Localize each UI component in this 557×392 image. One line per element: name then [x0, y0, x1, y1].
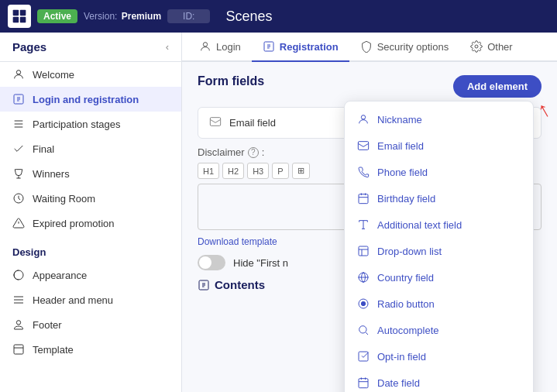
sidebar-item-waiting-label: Waiting Room: [33, 193, 95, 205]
sidebar-item-welcome[interactable]: Welcome: [0, 62, 181, 87]
svg-point-15: [203, 43, 207, 46]
dropdown-item-optin[interactable]: Opt-in field: [345, 343, 533, 370]
sidebar-item-footer[interactable]: Footer: [0, 312, 181, 337]
toolbar-h3[interactable]: H3: [247, 163, 269, 179]
svg-point-29: [359, 326, 366, 333]
svg-rect-30: [359, 352, 368, 361]
main-layout: Pages ‹ Welcome Login and registration P…: [0, 33, 557, 392]
form-fields-header: Form fields Add element: [198, 74, 542, 98]
email-icon: [209, 115, 222, 130]
sidebar-item-expired-label: Expired promotion: [33, 218, 115, 229]
tab-other-label: Other: [487, 41, 513, 53]
active-badge: Active: [37, 9, 77, 23]
sidebar-item-participation[interactable]: Participation stages: [0, 112, 181, 136]
version-badge: Version: Premium: [84, 11, 161, 22]
svg-point-4: [16, 70, 20, 74]
svg-rect-1: [20, 10, 26, 16]
topbar: Active Version: Premium ID: Scenes: [0, 0, 557, 33]
dropdown-item-birthday[interactable]: Birthday field: [345, 185, 533, 211]
dropdown-email-label: Email field: [377, 140, 424, 152]
sidebar-item-participation-label: Participation stages: [33, 119, 120, 130]
svg-rect-3: [20, 17, 26, 23]
dropdown-item-phone[interactable]: Phone field: [345, 159, 533, 185]
pages-section-title: Pages: [12, 40, 46, 53]
dropdown-item-date[interactable]: Date field: [345, 370, 533, 392]
svg-rect-25: [359, 246, 368, 256]
add-element-dropdown: Nickname Email field Phone field Birthda…: [344, 101, 534, 392]
dropdown-optin-label: Opt-in field: [377, 351, 426, 363]
dropdown-item-country[interactable]: Country field: [345, 264, 533, 291]
sidebar-item-footer-label: Footer: [33, 319, 62, 331]
disclaimer-help-icon[interactable]: ?: [248, 147, 259, 158]
svg-rect-18: [210, 118, 220, 126]
svg-rect-21: [358, 142, 368, 150]
svg-point-20: [361, 115, 365, 119]
dropdown-item-email[interactable]: Email field: [345, 132, 533, 159]
svg-point-28: [361, 301, 365, 305]
page-title: Scenes: [225, 9, 272, 25]
svg-rect-14: [14, 345, 23, 354]
sidebar-item-login-registration[interactable]: Login and registration: [0, 87, 181, 112]
toolbar-grid[interactable]: ⊞: [292, 163, 310, 179]
hide-toggle-label: Hide "First n: [233, 257, 288, 269]
page-content: Form fields Add element Email field Disc…: [182, 62, 557, 392]
sidebar-item-login-label: Login and registration: [33, 94, 139, 105]
dropdown-item-dropdown-list[interactable]: Drop-down list: [345, 238, 533, 264]
svg-rect-0: [13, 10, 19, 16]
dropdown-birthday-label: Birthday field: [377, 193, 435, 205]
dropdown-item-radio[interactable]: Radio button: [345, 291, 533, 317]
toggle-knob: [199, 256, 211, 269]
toolbar-h2[interactable]: H2: [222, 163, 244, 179]
dropdown-autocomplete-label: Autocomplete: [377, 325, 439, 336]
logo: [8, 5, 31, 28]
dropdown-date-label: Date field: [377, 377, 420, 389]
svg-rect-2: [13, 17, 19, 23]
svg-point-13: [16, 321, 20, 325]
dropdown-text-label: Additional text field: [377, 219, 462, 231]
sidebar-item-final[interactable]: Final: [0, 136, 181, 161]
dropdown-item-nickname[interactable]: Nickname: [345, 106, 533, 132]
dropdown-radio-label: Radio button: [377, 298, 435, 310]
sidebar-item-winners-label: Winners: [33, 168, 70, 180]
svg-point-17: [475, 45, 478, 48]
tab-login[interactable]: Login: [188, 33, 252, 62]
tab-login-label: Login: [216, 41, 241, 53]
tab-bar: Login Registration Security options Othe…: [182, 33, 557, 62]
sidebar: Pages ‹ Welcome Login and registration P…: [0, 33, 182, 392]
dropdown-list-label: Drop-down list: [377, 246, 442, 257]
form-fields-title: Form fields: [198, 74, 264, 88]
id-badge: ID:: [167, 9, 210, 23]
sidebar-item-waiting-room[interactable]: Waiting Room: [0, 186, 181, 211]
sidebar-item-header-label: Header and menu: [33, 294, 113, 306]
sidebar-item-winners[interactable]: Winners: [0, 161, 181, 186]
email-field-label: Email field: [229, 117, 276, 129]
toolbar-h1[interactable]: H1: [198, 163, 219, 179]
dropdown-item-additional-text[interactable]: Additional text field: [345, 211, 533, 238]
tab-security-label: Security options: [377, 41, 449, 53]
tab-security[interactable]: Security options: [349, 33, 460, 62]
tab-other[interactable]: Other: [459, 33, 524, 62]
sidebar-item-appearance[interactable]: Appearance: [0, 263, 181, 287]
hide-toggle[interactable]: [198, 255, 225, 270]
content-area: Login Registration Security options Othe…: [182, 33, 557, 392]
svg-rect-31: [359, 379, 368, 388]
sidebar-item-template[interactable]: Template: [0, 337, 181, 362]
dropdown-phone-label: Phone field: [377, 167, 428, 178]
tab-registration-label: Registration: [280, 41, 339, 53]
sidebar-item-welcome-label: Welcome: [33, 69, 74, 81]
dropdown-country-label: Country field: [377, 272, 434, 284]
svg-rect-22: [359, 194, 368, 204]
dropdown-item-autocomplete[interactable]: Autocomplete: [345, 317, 533, 343]
sidebar-item-final-label: Final: [33, 143, 54, 155]
sidebar-item-appearance-label: Appearance: [33, 270, 87, 281]
toolbar-p[interactable]: P: [272, 163, 288, 179]
sidebar-item-template-label: Template: [33, 344, 74, 356]
design-section-title: Design: [0, 236, 181, 263]
dropdown-nickname-label: Nickname: [377, 114, 422, 126]
sidebar-item-expired[interactable]: Expired promotion: [0, 211, 181, 236]
tab-registration[interactable]: Registration: [252, 33, 349, 62]
add-element-button[interactable]: Add element: [453, 75, 542, 98]
sidebar-item-header-menu[interactable]: Header and menu: [0, 287, 181, 312]
sidebar-header: Pages ‹: [0, 33, 181, 62]
collapse-button[interactable]: ‹: [166, 41, 169, 53]
